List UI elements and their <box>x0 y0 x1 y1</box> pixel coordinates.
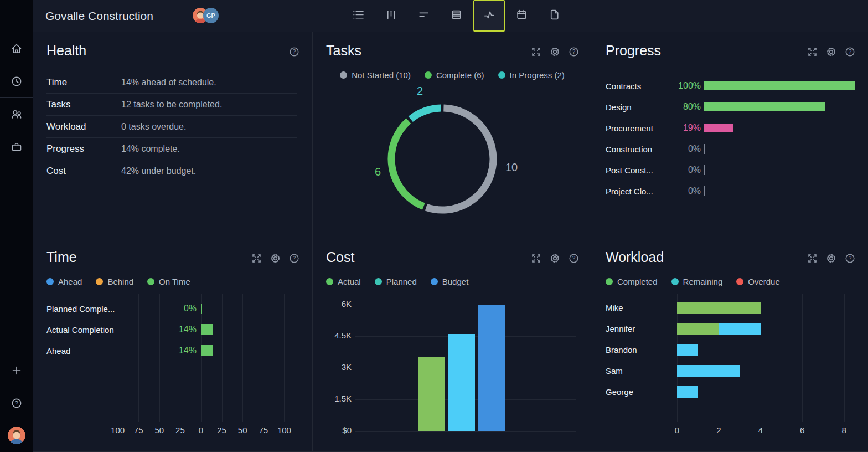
workload-gridline <box>844 294 845 422</box>
expand-icon[interactable] <box>530 46 542 58</box>
user-avatar[interactable] <box>8 427 25 444</box>
legend-dot <box>340 71 347 79</box>
help-icon[interactable]: ? <box>568 253 580 264</box>
view-gantt-button[interactable] <box>408 0 440 32</box>
panel-workload: Workload ? CompletedRemainingOverdue 024… <box>592 238 868 451</box>
donut-slice-in-progress[interactable] <box>411 108 441 119</box>
progress-row-label: Procurement <box>606 124 669 133</box>
donut-slice-not-started[interactable] <box>426 108 493 210</box>
help-icon[interactable]: ? <box>568 46 580 58</box>
view-switcher <box>343 0 570 32</box>
progress-row: Construction0% <box>606 138 855 160</box>
time-bar-track <box>201 304 295 314</box>
cost-gridline <box>355 431 576 432</box>
workload-bar-remaining[interactable] <box>677 365 740 377</box>
expand-icon[interactable] <box>251 253 262 264</box>
progress-bar-track <box>704 81 855 90</box>
sidebar: ? <box>0 0 33 452</box>
sidebar-item-help[interactable]: ? <box>11 397 23 409</box>
legend-label: Behind <box>107 277 133 286</box>
cost-bar-budget[interactable] <box>478 305 505 431</box>
sidebar-item-home[interactable] <box>11 43 23 55</box>
time-row-label: Planned Comple... <box>46 304 143 314</box>
view-sheet-button[interactable] <box>441 0 472 32</box>
settings-icon[interactable] <box>825 253 837 264</box>
gantt-view-icon <box>417 8 430 23</box>
health-row-label: Workload <box>46 121 121 132</box>
workload-bar-remaining[interactable] <box>677 386 698 398</box>
view-file-button[interactable] <box>539 0 570 32</box>
time-bar[interactable] <box>201 345 213 356</box>
progress-row-label: Design <box>606 102 669 112</box>
time-row: Planned Comple...0% <box>46 298 295 319</box>
time-zero-tick <box>201 304 202 314</box>
workload-axis-tick: 2 <box>706 425 731 435</box>
workload-row-label: Brandon <box>606 344 637 356</box>
settings-icon[interactable] <box>549 253 561 264</box>
view-board-button[interactable] <box>375 0 407 32</box>
calendar-view-icon <box>515 8 528 23</box>
settings-icon[interactable] <box>270 253 281 264</box>
expand-icon[interactable] <box>807 253 818 264</box>
sidebar-item-portfolio[interactable] <box>11 141 23 153</box>
progress-bar-track <box>704 186 855 196</box>
view-list-button[interactable] <box>343 0 374 32</box>
svg-text:?: ? <box>572 49 576 55</box>
cost-axis-tick: 3K <box>323 362 352 372</box>
list-view-icon <box>352 8 365 23</box>
progress-bar-track <box>704 124 855 132</box>
help-icon[interactable]: ? <box>844 253 856 264</box>
help-icon[interactable]: ? <box>844 46 856 58</box>
tasks-donut-chart[interactable] <box>381 98 503 220</box>
time-bar[interactable] <box>201 324 213 335</box>
progress-bar[interactable] <box>704 81 855 90</box>
cost-axis-tick: 1.5K <box>323 394 352 403</box>
progress-row-label: Post Const... <box>606 166 669 175</box>
cost-bar-planned[interactable] <box>448 334 475 431</box>
donut-slice-complete[interactable] <box>391 121 423 207</box>
workload-bar-completed[interactable] <box>677 302 761 314</box>
expand-icon[interactable] <box>807 46 818 58</box>
progress-bar[interactable] <box>704 124 733 132</box>
svg-text:?: ? <box>849 255 852 261</box>
time-bar-track <box>201 345 295 356</box>
view-calendar-button[interactable] <box>506 0 538 32</box>
health-row-label: Tasks <box>46 99 121 110</box>
help-icon[interactable]: ? <box>288 46 300 58</box>
home-icon <box>11 43 23 55</box>
panel-cost: Cost ? ActualPlannedBudget $01.5K3K4.5K6… <box>313 238 592 451</box>
progress-row-label: Contracts <box>606 81 669 91</box>
progress-zero-tick <box>704 144 705 154</box>
health-row-value: 0 tasks overdue. <box>121 122 186 132</box>
help-icon[interactable]: ? <box>288 253 300 264</box>
settings-icon[interactable] <box>549 46 561 58</box>
topbar: PM Govalle Construction GP <box>33 0 868 32</box>
health-row-value: 12 tasks to be completed. <box>121 100 222 110</box>
workload-bar-remaining[interactable] <box>677 344 698 356</box>
cost-axis-tick: $0 <box>323 425 352 435</box>
workload-bar-completed[interactable] <box>677 323 719 335</box>
settings-icon[interactable] <box>825 46 837 58</box>
workload-bar-remaining[interactable] <box>719 323 760 335</box>
progress-bar[interactable] <box>704 102 825 111</box>
legend-label: Actual <box>338 277 361 286</box>
donut-value-in-progress: 2 <box>417 85 423 97</box>
legend-label: Overdue <box>748 277 780 286</box>
progress-bar-track <box>704 144 855 154</box>
health-row: Progress14% complete. <box>46 138 297 160</box>
time-row-label: Actual Completion <box>46 325 143 335</box>
member-badge[interactable]: GP <box>203 8 219 23</box>
cost-bar-actual[interactable] <box>418 357 445 431</box>
view-dashboard-button[interactable] <box>473 0 505 32</box>
panel-progress-title: Progress <box>606 43 661 59</box>
team-icon <box>11 108 23 120</box>
progress-row-percent: 0% <box>669 144 701 154</box>
progress-row-percent: 80% <box>669 102 701 112</box>
sidebar-item-add[interactable] <box>11 364 23 377</box>
legend-item: In Progress (2) <box>498 70 565 80</box>
sidebar-item-team[interactable] <box>11 108 23 120</box>
workload-axis-tick: 6 <box>790 425 814 435</box>
sidebar-item-time[interactable] <box>11 75 23 88</box>
workload-gridline <box>761 294 761 422</box>
expand-icon[interactable] <box>530 253 542 264</box>
